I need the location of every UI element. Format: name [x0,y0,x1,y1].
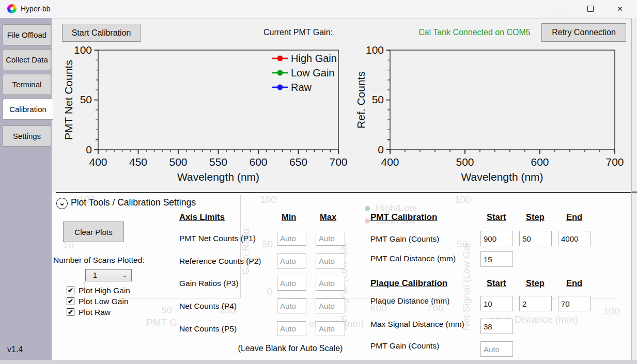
edge-separator-fragment [632,192,637,193]
plot-raw-label: Plot Raw [79,308,111,317]
collapse-chevron-icon[interactable]: ⌄ [56,198,68,209]
pmt-gain-step-input[interactable] [519,231,552,246]
end-column-header: End [566,278,582,288]
pmt-gain-start-input[interactable] [480,231,513,246]
pmt-calibration-heading: PMT Calibration [370,212,437,223]
sidebar-item-collect-data[interactable]: Collect Data [3,49,51,70]
check-icon: ✔ [68,287,73,294]
plaque-distance-start-input[interactable] [480,296,513,311]
y-tick: 0 [378,144,384,155]
plot-raw-checkbox[interactable]: ✔ [67,308,74,316]
plaque-pmt-gain-label: PMT Gain (Counts) [370,341,439,351]
start-calibration-label: Start Calibration [72,28,131,38]
clear-plots-label: Clear Plots [74,228,112,236]
axis-limit-row-label: PMT Net Counts (P1) [179,234,256,243]
sidebar-item-settings[interactable]: Settings [3,125,51,147]
p2-min-input[interactable] [277,254,306,268]
x-tick: 450 [129,156,147,168]
ghost-legend-dot [365,218,370,224]
plot-high-gain-checkbox[interactable]: ✔ [67,287,74,294]
current-pmt-gain-label: Current PMT Gain: [263,28,333,37]
pmt-cal-distance-label: PMT Cal Distance (mm) [370,254,456,263]
max-signal-distance-label: Max Signal Distance (mm) [370,320,464,329]
maximize-button[interactable] [579,0,602,18]
ghost-axis-line [240,195,241,298]
connection-status-text: Cal Tank Connected on COM5 [418,28,531,37]
plot-low-gain-checkbox[interactable]: ✔ [67,297,74,305]
plaque-calibration-heading: Plaque Calibration [370,278,447,289]
p1-min-input[interactable] [277,231,306,246]
p5-max-input[interactable] [316,321,345,336]
retry-connection-button[interactable]: Retry Connection [541,23,626,42]
p2-max-input[interactable] [316,254,345,268]
scans-dropdown[interactable]: 1 ⌄ [85,269,132,281]
ghost-label: 100 [603,306,620,317]
clear-plots-button[interactable]: Clear Plots [63,221,124,242]
step-column-header: Step [526,278,545,288]
ghost-label: 100 [260,194,276,205]
start-column-header: Start [487,212,506,222]
check-icon: ✔ [68,298,73,305]
close-icon: ✕ [617,5,623,12]
legend-label: Raw [291,82,312,93]
pmt-gain-end-input[interactable] [558,231,591,246]
ref-counts-chart: 400 500 600 700 0 50 100 Ref. Counts Wav… [356,44,637,183]
x-tick: 700 [329,156,347,168]
check-icon: ✔ [68,309,73,315]
sidebar: File Offload Collect Data Terminal Calib… [0,18,52,360]
x-tick: 650 [289,156,307,168]
plot-high-gain-label: Plot High Gain [79,286,130,295]
minimize-icon [558,9,564,9]
y-tick: 100 [74,44,92,56]
panel-separator [56,192,631,193]
axis-limit-row-label: Gain Ratios (P3) [179,279,239,288]
p3-max-input[interactable] [316,276,345,291]
pmt-cal-distance-input[interactable] [480,251,513,267]
plaque-pmt-gain-input[interactable] [480,341,513,357]
y-axis-title: PMT Net Counts [63,60,74,140]
sidebar-item-label: Collect Data [6,55,48,64]
p5-min-input[interactable] [277,321,306,336]
ghost-legend-dot [365,206,370,211]
max-signal-distance-input[interactable] [480,319,513,334]
x-axis-title: Wavelength (nm) [461,171,543,183]
plot-tools-header: Plot Tools / Calibration Settings [71,197,196,208]
p4-max-input[interactable] [316,298,345,313]
pmt-net-counts-chart: 400 450 500 550 600 650 700 0 50 100 PMT… [52,44,349,183]
minimize-button[interactable] [549,0,572,18]
close-button[interactable]: ✕ [608,0,632,18]
right-edge-panel [631,18,637,360]
maximize-icon [587,6,594,12]
min-column-header: Min [282,212,296,222]
plaque-distance-end-input[interactable] [558,296,591,311]
p1-max-input[interactable] [316,231,345,246]
ghost-label: PMT G [146,317,177,328]
sidebar-item-terminal[interactable]: Terminal [3,74,51,95]
titlebar: Hyper-bb ✕ [0,0,637,19]
max-column-header: Max [320,212,336,222]
x-axis-title: Wavelength (nm) [177,171,259,183]
window-title: Hyper-bb [21,5,51,13]
pmt-gain-label: PMT Gain (Counts) [370,234,439,244]
chevron-down-icon: ⌄ [122,274,131,276]
end-column-header: End [566,212,582,222]
sidebar-item-file-offload[interactable]: File Offload [3,24,51,45]
p3-min-input[interactable] [277,276,306,291]
start-column-header: Start [487,278,506,288]
sidebar-item-calibration[interactable]: Calibration [3,99,53,120]
y-axis-title: Ref. Counts [356,71,367,129]
retry-connection-label: Retry Connection [552,28,616,37]
sidebar-item-label: File Offload [7,30,46,39]
axis-limit-row-label: Net Counts (P5) [179,324,237,334]
x-tick: 500 [456,156,474,168]
step-column-header: Step [526,212,545,222]
x-tick: 550 [209,156,227,168]
p4-min-input[interactable] [277,298,306,313]
x-tick: 600 [249,156,267,168]
y-tick: 50 [372,93,384,105]
app-icon [7,4,17,13]
plaque-distance-step-input[interactable] [519,296,552,311]
scans-plotted-label: Number of Scans Plotted: [53,256,145,265]
y-tick: 50 [80,93,92,105]
start-calibration-button[interactable]: Start Calibration [62,24,141,42]
